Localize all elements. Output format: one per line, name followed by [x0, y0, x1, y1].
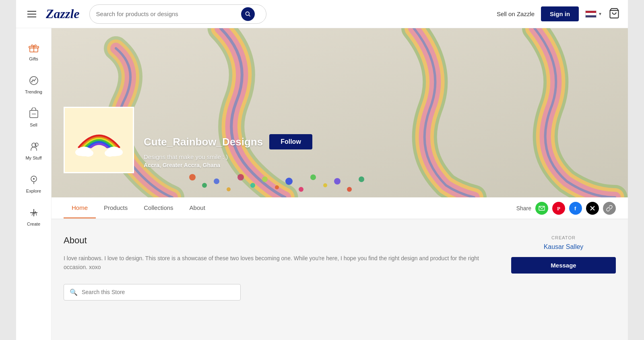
cart-icon [609, 8, 620, 19]
store-banner: Cute_Rainbow_Designs Follow Designs that… [52, 28, 628, 197]
sidebar-item-gifts[interactable]: Gifts [18, 36, 50, 66]
search-button[interactable] [241, 7, 255, 21]
svg-point-36 [83, 149, 93, 157]
share-facebook-button[interactable]: f [569, 202, 582, 215]
svg-point-39 [105, 149, 115, 157]
store-navigation: Home Products Collections About Share P … [52, 197, 628, 219]
message-button[interactable]: Message [511, 257, 616, 274]
share-email-button[interactable] [535, 202, 548, 215]
creator-name-link[interactable]: Kausar Salley [511, 243, 616, 251]
store-search-input[interactable] [82, 289, 235, 295]
svg-point-13 [33, 178, 35, 180]
store-sidebar: CREATOR Kausar Salley Message [511, 235, 616, 301]
hamburger-menu[interactable] [24, 8, 39, 21]
svg-point-28 [310, 174, 316, 180]
follow-button[interactable]: Follow [269, 134, 312, 149]
creator-label: CREATOR [511, 235, 616, 240]
sidebar-label-gifts: Gifts [29, 56, 38, 61]
svg-point-23 [250, 183, 255, 188]
tab-home[interactable]: Home [64, 198, 96, 218]
sidebar-item-create[interactable]: Create [18, 201, 50, 231]
svg-point-27 [299, 187, 303, 192]
store-search-bar: 🔍 [64, 284, 241, 301]
store-tagline: Designs that make you smile : ) [144, 153, 312, 160]
share-link-button[interactable] [603, 202, 616, 215]
sidebar: Gifts Trending [16, 28, 52, 340]
share-section: Share P f [516, 202, 616, 215]
svg-point-19 [202, 183, 207, 188]
sidebar-label-explore: Explore [26, 189, 41, 193]
country-selector[interactable]: ▼ [585, 10, 602, 18]
store-location: Accra, Greater Accra, Ghana [144, 162, 312, 168]
svg-line-1 [249, 15, 250, 17]
svg-point-21 [227, 187, 231, 191]
tab-products[interactable]: Products [96, 198, 136, 218]
share-pinterest-button[interactable]: P [552, 202, 565, 215]
content-area: Cute_Rainbow_Designs Follow Designs that… [52, 28, 628, 340]
svg-point-30 [334, 178, 341, 185]
trending-icon [27, 74, 40, 87]
svg-point-26 [285, 178, 293, 185]
sell-on-zazzle-link[interactable]: Sell on Zazzle [497, 10, 535, 17]
sidebar-item-explore[interactable]: Explore [18, 168, 50, 198]
explore-icon [27, 173, 40, 186]
store-body: About I love rainbows. I love to design.… [52, 219, 628, 317]
search-icon [245, 11, 251, 17]
search-store-icon: 🔍 [70, 288, 78, 296]
sign-in-button[interactable]: Sign in [541, 6, 579, 21]
svg-point-29 [323, 183, 327, 187]
mystuff-icon [27, 140, 40, 153]
store-info-overlay: Cute_Rainbow_Designs Follow Designs that… [52, 107, 628, 173]
chevron-down-icon: ▼ [598, 12, 602, 16]
sidebar-label-trending: Trending [25, 89, 42, 94]
about-title: About [64, 235, 495, 246]
svg-point-0 [246, 12, 249, 15]
svg-point-20 [214, 178, 219, 184]
svg-text:f: f [574, 205, 576, 211]
svg-point-32 [359, 176, 364, 182]
sell-icon [27, 107, 40, 120]
svg-point-24 [262, 176, 268, 182]
sidebar-item-mystuff[interactable]: My Stuff [18, 135, 50, 165]
svg-point-31 [347, 187, 352, 192]
search-input[interactable] [96, 10, 241, 17]
share-label: Share [516, 205, 531, 211]
svg-point-25 [275, 185, 279, 189]
store-tabs: Home Products Collections About [64, 198, 213, 218]
us-flag [585, 10, 597, 18]
cart-button[interactable] [609, 8, 620, 21]
store-main-content: About I love rainbows. I love to design.… [64, 235, 495, 301]
sidebar-label-create: Create [27, 222, 40, 226]
svg-point-18 [189, 174, 196, 180]
header: Zazzle Sell on Zazzle Sign in ▼ [16, 0, 628, 28]
about-text: I love rainbows. I love to design. This … [64, 254, 495, 272]
share-x-button[interactable] [586, 202, 599, 215]
store-details: Cute_Rainbow_Designs Follow Designs that… [144, 134, 312, 173]
svg-point-22 [237, 174, 244, 180]
sidebar-item-trending[interactable]: Trending [18, 69, 50, 99]
svg-point-6 [31, 81, 32, 83]
tab-collections[interactable]: Collections [136, 198, 181, 218]
sidebar-item-sell[interactable]: Sell [18, 102, 50, 132]
svg-text:P: P [557, 205, 560, 211]
sidebar-label-mystuff: My Stuff [25, 155, 41, 160]
sidebar-label-sell: Sell [30, 122, 37, 127]
tab-about[interactable]: About [182, 198, 213, 218]
gift-icon [27, 41, 40, 54]
global-search-bar [89, 4, 266, 24]
create-icon [27, 206, 40, 219]
rainbow-avatar-image [73, 118, 125, 162]
zazzle-logo[interactable]: Zazzle [46, 6, 80, 21]
store-name: Cute_Rainbow_Designs [144, 136, 263, 148]
store-avatar [64, 107, 134, 173]
